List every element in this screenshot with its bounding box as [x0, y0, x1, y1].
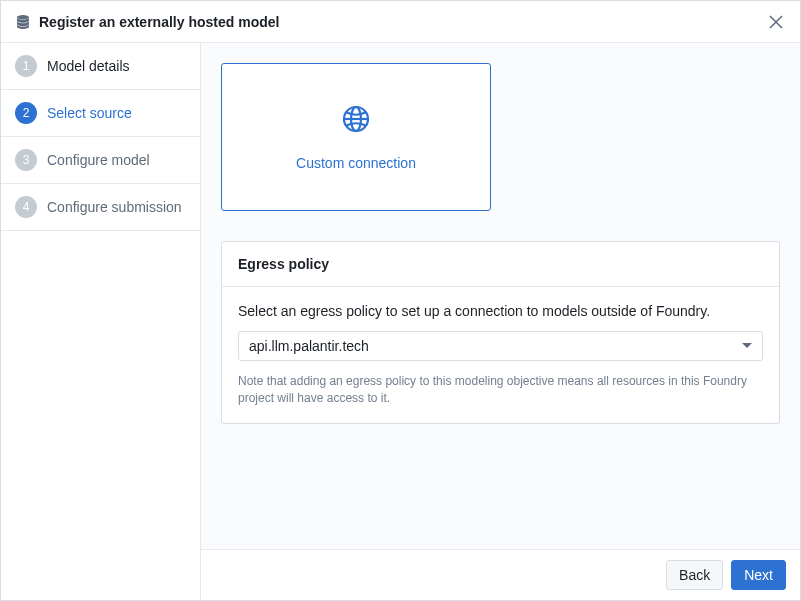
close-icon	[769, 15, 783, 29]
globe-icon	[341, 104, 371, 137]
source-card-custom-connection[interactable]: Custom connection	[221, 63, 491, 211]
dialog: Register an externally hosted model 1 Mo…	[0, 0, 801, 601]
back-button[interactable]: Back	[666, 560, 723, 590]
egress-note: Note that adding an egress policy to thi…	[238, 373, 763, 407]
step-number: 1	[15, 55, 37, 77]
main-panel: Custom connection Egress policy Select a…	[201, 43, 800, 600]
source-card-label: Custom connection	[296, 155, 416, 171]
dialog-title: Register an externally hosted model	[39, 14, 766, 30]
svg-point-0	[17, 15, 29, 19]
step-label: Configure model	[47, 152, 150, 168]
database-icon	[15, 14, 31, 30]
step-label: Select source	[47, 105, 132, 121]
egress-policy-panel: Egress policy Select an egress policy to…	[221, 241, 780, 424]
select-value: api.llm.palantir.tech	[249, 338, 742, 354]
step-number: 2	[15, 102, 37, 124]
dialog-header: Register an externally hosted model	[1, 1, 800, 43]
egress-description: Select an egress policy to set up a conn…	[238, 303, 763, 319]
content-area: Custom connection Egress policy Select a…	[201, 43, 800, 549]
step-label: Configure submission	[47, 199, 182, 215]
step-label: Model details	[47, 58, 130, 74]
steps-sidebar: 1 Model details 2 Select source 3 Config…	[1, 43, 201, 600]
step-select-source[interactable]: 2 Select source	[1, 90, 200, 137]
step-model-details[interactable]: 1 Model details	[1, 43, 200, 90]
panel-body: Select an egress policy to set up a conn…	[222, 287, 779, 423]
dialog-body: 1 Model details 2 Select source 3 Config…	[1, 43, 800, 600]
chevron-down-icon	[742, 343, 752, 349]
step-number: 3	[15, 149, 37, 171]
panel-title: Egress policy	[222, 242, 779, 287]
step-configure-model[interactable]: 3 Configure model	[1, 137, 200, 184]
step-number: 4	[15, 196, 37, 218]
egress-policy-select[interactable]: api.llm.palantir.tech	[238, 331, 763, 361]
close-button[interactable]	[766, 12, 786, 32]
next-button[interactable]: Next	[731, 560, 786, 590]
step-configure-submission[interactable]: 4 Configure submission	[1, 184, 200, 231]
dialog-footer: Back Next	[201, 549, 800, 600]
